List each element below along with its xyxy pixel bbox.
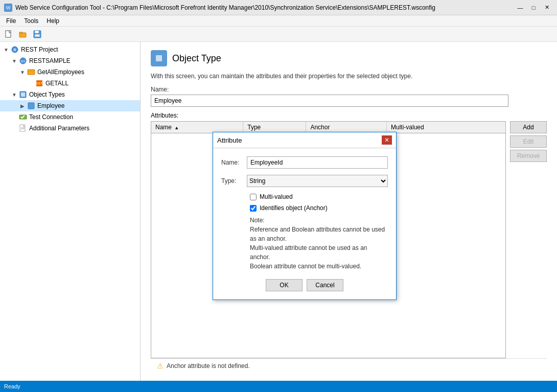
remove-button[interactable]: Remove	[510, 150, 547, 162]
attributes-label: Attributes:	[151, 112, 547, 119]
svg-rect-24	[156, 55, 162, 61]
expand-icon: ▼	[10, 92, 18, 98]
employee-label: Employee	[37, 102, 64, 109]
dialog-type-field: Type: String Integer Boolean Reference B…	[221, 175, 388, 187]
identifies-object-row: Identifies object (Anchor)	[250, 204, 388, 212]
getall-label: GETALL	[45, 80, 68, 87]
right-panel: Object Type With this screen, you can ma…	[141, 42, 557, 381]
panel-description: With this screen, you can maintain the a…	[151, 73, 547, 80]
name-field[interactable]	[151, 95, 508, 107]
employee-icon	[27, 102, 36, 110]
add-button[interactable]: Add	[510, 121, 547, 133]
multi-valued-label: Multi-valued	[260, 193, 293, 200]
col-multivalued[interactable]: Multi-valued	[386, 122, 505, 133]
dialog-action-buttons: OK Cancel	[221, 279, 388, 291]
minimize-button[interactable]: —	[514, 3, 526, 13]
dialog-title-text: Attribute	[217, 136, 242, 144]
menu-help[interactable]: Help	[42, 16, 63, 26]
note-line2: Multi-valued attribute cannot be used as…	[250, 243, 388, 262]
warning-bar: ⚠ Anchor attribute is not defined.	[151, 358, 547, 373]
window-controls: — □ ✕	[514, 3, 553, 13]
object-types-icon	[18, 90, 28, 99]
panel-title: Object Type	[172, 53, 221, 64]
note-line3: Boolean attribute cannot be multi-valued…	[250, 262, 388, 271]
new-button[interactable]	[2, 28, 15, 40]
svg-text:R: R	[13, 48, 16, 52]
rest-project-icon: R	[10, 45, 19, 54]
left-panel: ▼ R REST Project ▼ RS RESTSAMPLE ▼	[0, 42, 141, 381]
multi-valued-checkbox[interactable]	[250, 194, 257, 200]
identifies-object-label: Identifies object (Anchor)	[260, 204, 328, 212]
expand-icon: ▼	[18, 70, 27, 75]
additional-params-icon	[18, 124, 28, 132]
rest-project-label: REST Project	[21, 46, 58, 53]
restsample-label: RESTSAMPLE	[29, 57, 71, 64]
dialog-title-bar: Attribute ✕	[213, 132, 396, 148]
svg-rect-7	[35, 34, 40, 37]
menu-file[interactable]: File	[2, 16, 20, 26]
dialog-type-select[interactable]: String Integer Boolean Reference Binary	[247, 175, 388, 187]
panel-header: Object Type	[151, 50, 547, 66]
expand-icon: ▼	[2, 47, 10, 53]
dialog-close-button[interactable]: ✕	[382, 135, 392, 145]
warning-icon: ⚠	[157, 362, 164, 370]
main-area: ▼ R REST Project ▼ RS RESTSAMPLE ▼	[0, 42, 557, 381]
content-row: Name ▲ Type Anchor Multi-valued	[151, 121, 547, 358]
dialog-cancel-button[interactable]: Cancel	[307, 279, 343, 291]
title-bar: W Web Service Configuration Tool - C:\Pr…	[0, 0, 557, 15]
tree-item-rest-project[interactable]: ▼ R REST Project	[0, 44, 140, 55]
dialog-name-field: Name:	[221, 156, 388, 169]
sidebar-action-buttons: Add Edit Remove	[510, 121, 547, 358]
dialog-box: Attribute ✕ Name: Type:	[213, 132, 397, 300]
dialog-body: Name: Type: String Integer Boolean	[213, 148, 396, 299]
close-button[interactable]: ✕	[541, 3, 553, 13]
dialog-ok-button[interactable]: OK	[266, 279, 303, 291]
identifies-object-checkbox[interactable]	[250, 205, 257, 212]
svg-text:GET: GET	[36, 82, 43, 85]
multi-valued-row: Multi-valued	[250, 193, 388, 200]
svg-rect-12	[28, 70, 35, 75]
dialog-type-label: Type:	[221, 177, 247, 185]
panel-icon	[151, 50, 167, 66]
note-title: Note:	[250, 216, 388, 225]
status-text: Ready	[4, 383, 20, 389]
getallemployees-label: GetAllEmployees	[37, 68, 84, 76]
sort-arrow: ▲	[174, 125, 179, 130]
tree-item-object-types[interactable]: ▼ Object Types	[0, 89, 140, 100]
dialog-name-input[interactable]	[247, 156, 388, 169]
expand-icon: ▶	[18, 103, 27, 109]
app-icon: W	[4, 4, 12, 12]
status-bar: Ready	[0, 381, 557, 392]
tree-item-employee[interactable]: ▶ Employee	[0, 100, 140, 111]
tree-item-getallemployees[interactable]: ▼ GetAllEmployees	[0, 66, 140, 78]
svg-rect-17	[21, 93, 25, 97]
svg-rect-18	[28, 103, 34, 109]
svg-text:W: W	[6, 5, 11, 10]
window-title: Web Service Configuration Tool - C:\Prog…	[15, 4, 511, 11]
tree-item-getall[interactable]: GET GETALL	[0, 78, 140, 89]
test-connection-label: Test Connection	[29, 113, 73, 121]
attribute-dialog: Attribute ✕ Name: Type:	[213, 132, 397, 300]
edit-button[interactable]: Edit	[510, 135, 547, 148]
getallemployees-icon	[27, 68, 36, 76]
dialog-name-label: Name:	[221, 159, 247, 166]
tree-item-restsample[interactable]: ▼ RS RESTSAMPLE	[0, 55, 140, 66]
restsample-icon: RS	[18, 57, 28, 65]
toolbar	[0, 27, 557, 42]
name-field-label: Name:	[151, 86, 547, 93]
tree-item-additional-parameters[interactable]: Additional Parameters	[0, 123, 140, 134]
expand-icon: ▼	[10, 58, 18, 64]
maximize-button[interactable]: □	[527, 3, 540, 13]
svg-text:RS: RS	[21, 60, 25, 63]
getall-icon: GET	[35, 79, 44, 87]
tree-item-test-connection[interactable]: Test Connection	[0, 111, 140, 123]
warning-text: Anchor attribute is not defined.	[167, 362, 250, 370]
save-button[interactable]	[31, 28, 44, 40]
note-line1: Reference and Boolean attributes cannot …	[250, 225, 388, 243]
menu-tools[interactable]: Tools	[20, 16, 42, 26]
test-connection-icon	[18, 113, 28, 121]
object-types-label: Object Types	[29, 91, 65, 98]
svg-rect-6	[35, 31, 39, 33]
open-button[interactable]	[16, 28, 30, 40]
attributes-table-container: Name ▲ Type Anchor Multi-valued	[151, 121, 506, 358]
